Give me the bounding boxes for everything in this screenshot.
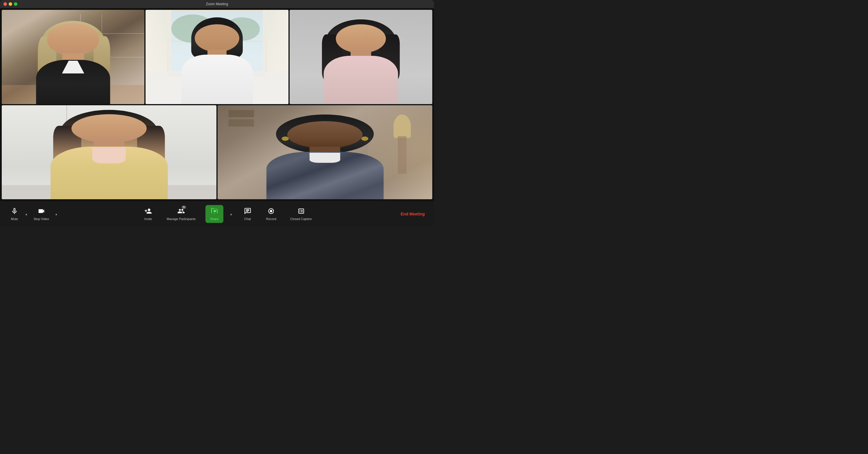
video-cell-3 xyxy=(290,10,432,104)
video-grid xyxy=(0,8,434,201)
close-button[interactable] xyxy=(3,2,7,6)
stop-video-label: Stop Video xyxy=(34,217,49,221)
share-caret[interactable]: ▲ xyxy=(229,210,233,218)
toolbar-right: End Meeting xyxy=(397,209,428,219)
record-icon xyxy=(267,207,275,216)
chat-icon xyxy=(244,207,251,216)
stop-video-button[interactable]: Stop Video xyxy=(30,205,53,223)
participant-count-badge: 5 xyxy=(182,205,186,209)
video-camera-icon xyxy=(38,207,45,216)
mute-label: Mute xyxy=(11,217,18,221)
share-icon xyxy=(211,207,218,216)
invite-label: Invite xyxy=(144,217,152,221)
video-cell-5 xyxy=(218,105,432,199)
window-title: Zoom Meeting xyxy=(206,2,228,6)
mute-button[interactable]: Mute xyxy=(6,205,23,223)
video-cell-1 xyxy=(2,10,144,104)
share-label: Share xyxy=(210,217,218,221)
invite-button[interactable]: Invite xyxy=(140,205,157,223)
closed-caption-label: Closed Caption xyxy=(290,217,312,221)
video-caret[interactable]: ▲ xyxy=(54,210,58,218)
toolbar-center: Invite 5 Manage Participants xyxy=(58,205,397,223)
maximize-button[interactable] xyxy=(14,2,18,6)
window-controls xyxy=(3,2,18,6)
video-cell-2 xyxy=(146,10,288,104)
app-window: Zoom Meeting xyxy=(0,0,434,227)
mute-caret[interactable]: ▲ xyxy=(24,210,28,218)
closed-caption-icon xyxy=(298,207,305,216)
video-cell-4 xyxy=(2,105,216,199)
minimize-button[interactable] xyxy=(9,2,12,6)
chat-label: Chat xyxy=(244,217,251,221)
closed-caption-button[interactable]: Closed Caption xyxy=(286,205,316,223)
share-button[interactable]: Share xyxy=(206,205,223,223)
end-meeting-button[interactable]: End Meeting xyxy=(397,209,428,219)
record-label: Record xyxy=(266,217,276,221)
microphone-icon xyxy=(11,207,18,216)
invite-icon xyxy=(144,207,152,216)
chat-button[interactable]: Chat xyxy=(239,205,256,223)
manage-participants-label: Manage Participants xyxy=(167,217,195,221)
toolbar-left: Mute ▲ Stop Video ▲ xyxy=(6,205,58,223)
video-row-top xyxy=(2,10,432,104)
toolbar: Mute ▲ Stop Video ▲ xyxy=(0,201,434,227)
svg-point-1 xyxy=(270,210,273,213)
record-button[interactable]: Record xyxy=(262,205,280,223)
participants-icon: 5 xyxy=(177,207,185,216)
video-row-bottom xyxy=(2,105,432,199)
manage-participants-button[interactable]: 5 Manage Participants xyxy=(163,205,199,223)
title-bar: Zoom Meeting xyxy=(0,0,434,8)
